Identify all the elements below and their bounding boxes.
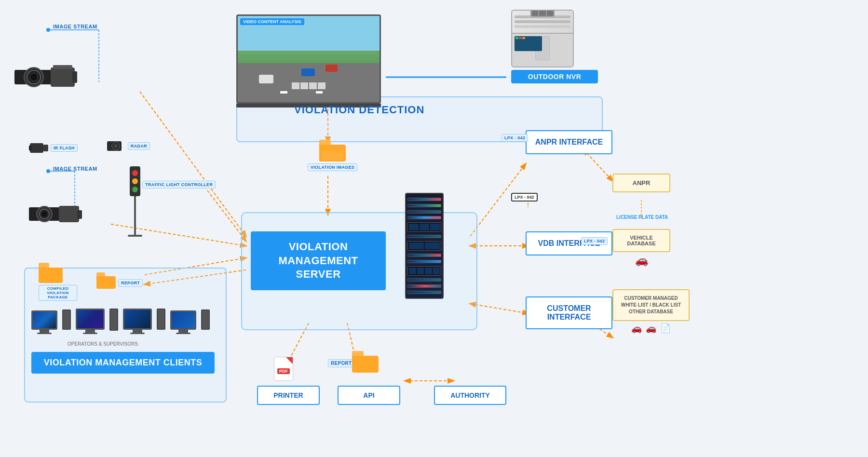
camera-bottom xyxy=(29,202,82,228)
traffic-light-controller-label: TRAFFIC LIGHT CONTROLLER xyxy=(142,181,216,188)
svg-rect-42 xyxy=(59,206,79,222)
violation-detection-label: VIOLATION DETECTION xyxy=(294,104,424,116)
camera-top xyxy=(14,63,77,94)
video-content-analysis-area: VIDEO CONTENT ANALYSIS xyxy=(236,14,381,108)
anpr-box: ANPR xyxy=(612,174,670,192)
ir-flash-label: IR FLASH xyxy=(51,144,78,152)
lpx-vdb-label: LPX - 042 xyxy=(581,237,608,245)
vmc-blue-box: VIOLATION MANAGEMENT CLIENTS xyxy=(31,352,215,374)
svg-rect-43 xyxy=(77,210,82,219)
anpr-interface-box: ANPR INTERFACE xyxy=(526,130,612,154)
svg-rect-30 xyxy=(53,65,72,69)
image-stream-top-label: IMAGE STREAM xyxy=(53,22,97,30)
outdoor-nvr-label: OUTDOOR NVR xyxy=(511,70,598,83)
authority-box: AUTHORITY xyxy=(434,386,506,405)
svg-point-28 xyxy=(30,73,38,81)
license-plate-data-label: LICENSE PLATE DATA xyxy=(616,212,668,221)
svg-rect-32 xyxy=(30,143,43,153)
vehicle-database-box: VEHICLE DATABASE 🚗 xyxy=(612,229,670,267)
ir-flash-box: IR FLASH xyxy=(29,141,78,155)
customer-managed-box: CUSTOMER MANAGED WHITE LIST / BLACK LIST… xyxy=(612,289,690,334)
vms-blue-box: VIOLATION MANAGEMENT SERVER xyxy=(251,231,386,290)
svg-point-5 xyxy=(46,169,50,173)
image-stream-bottom-label: IMAGE STREAM xyxy=(53,164,97,173)
svg-line-6 xyxy=(140,92,246,236)
svg-rect-34 xyxy=(43,145,48,151)
customer-interface-box: CUSTOMER INTERFACE xyxy=(526,296,612,329)
svg-line-8 xyxy=(207,190,246,241)
server-rack xyxy=(405,193,444,299)
traffic-light-area xyxy=(128,166,142,237)
compiled-violation-label: COMPILED VIOLATION PACKAGE xyxy=(39,285,77,301)
svg-point-37 xyxy=(114,144,118,148)
operators-label: OPERATORS & SUPERVISORS xyxy=(68,341,138,347)
violation-images-area: VIOLATION IMAGES xyxy=(308,140,357,171)
lpx-top-label: LPX - 042 xyxy=(502,134,528,142)
svg-rect-29 xyxy=(51,67,75,87)
svg-point-41 xyxy=(42,212,47,216)
bottom-folder xyxy=(352,351,379,373)
video-content-analysis-tag: VIDEO CONTENT ANALYSIS xyxy=(240,18,304,25)
report-label-bottom: REPORT xyxy=(328,359,354,367)
pdf-icon-printer: PDF xyxy=(274,357,293,381)
lpx-plate-mid: LPX - 042 xyxy=(511,193,538,202)
monitors-group xyxy=(31,309,210,334)
svg-rect-33 xyxy=(29,146,31,150)
compiled-violation-package: COMPILED VIOLATION PACKAGE xyxy=(39,263,77,301)
violation-images-label: VIOLATION IMAGES xyxy=(308,163,357,171)
svg-point-2 xyxy=(46,28,50,32)
svg-rect-31 xyxy=(72,71,77,83)
printer-box: PRINTER xyxy=(257,386,320,405)
api-box: API xyxy=(338,386,400,405)
report-folder-area: REPORT xyxy=(96,272,143,289)
radar-box: RADAR xyxy=(106,139,150,153)
outdoor-nvr-area: OUTDOOR NVR xyxy=(511,10,598,83)
svg-line-16 xyxy=(470,304,528,313)
radar-label: RADAR xyxy=(128,142,150,150)
